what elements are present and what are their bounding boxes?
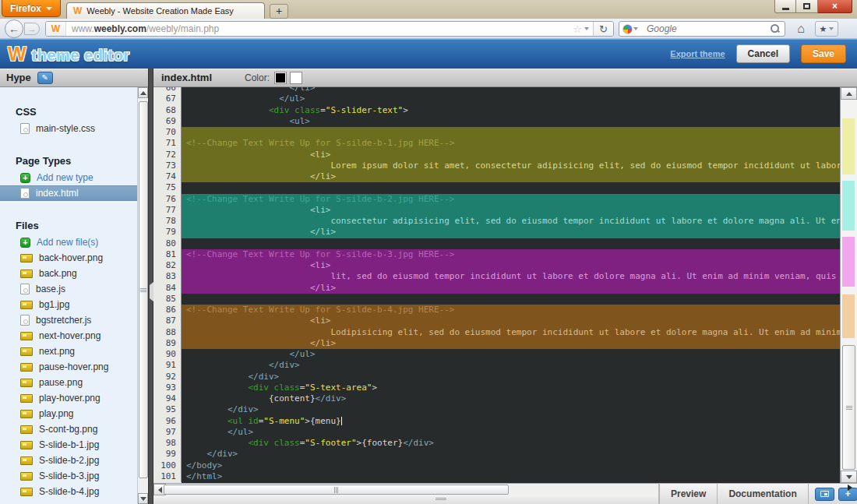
edit-theme-name-button[interactable]: ✎ [37, 72, 53, 84]
code-line[interactable]: 81<!--Change Text Write Up for S-silde-b… [153, 249, 840, 260]
browser-tab[interactable]: W Weebly - Website Creation Made Easy [66, 2, 265, 19]
editor-vertical-scrollbar[interactable] [840, 87, 857, 483]
color-swatch-black[interactable] [274, 72, 287, 84]
file-list-item[interactable]: S-slide-b-1.jpg [0, 437, 137, 453]
close-button[interactable]: × [818, 0, 852, 13]
scrollbar-thumb[interactable] [164, 485, 509, 495]
code-line[interactable]: 96 <ul id="S-menu">{menu} [153, 416, 840, 427]
code-line[interactable]: 86<!--Change Text Write Up for S-silde-b… [153, 305, 840, 315]
scrollbar-thumb[interactable] [842, 345, 855, 470]
forward-button[interactable]: → [24, 23, 40, 35]
documentation-button[interactable]: Documentation [718, 484, 808, 504]
file-list-item[interactable]: S-slide-b-4.jpg [0, 484, 137, 499]
code-line[interactable]: 97 </ul> [153, 427, 840, 438]
maximize-button[interactable] [796, 0, 818, 13]
search-bar[interactable] [619, 21, 785, 37]
resize-grip-icon[interactable] [436, 498, 446, 500]
export-theme-link[interactable]: Export theme [670, 49, 725, 58]
code-line[interactable]: 73 Lorem ipsum dolor sit amet, consectet… [153, 160, 840, 171]
code-line[interactable]: 80 [153, 238, 840, 249]
url-bar[interactable]: W www.weebly.com/weebly/main.php ☆ ↻ [45, 21, 614, 37]
search-input[interactable] [642, 23, 771, 35]
editor-horizontal-scrollbar[interactable] [153, 483, 658, 495]
code-line[interactable]: 67 </ul> [153, 93, 840, 104]
code-line[interactable]: 101</html> [153, 471, 840, 482]
code-line[interactable]: 89 </li> [153, 338, 840, 349]
file-list-item[interactable]: pause-hover.png [0, 359, 137, 375]
code-line[interactable]: 77 <li> [153, 205, 840, 216]
panel-splitter[interactable] [148, 69, 153, 504]
code-text: <div class="S-slider-text"> [182, 105, 840, 116]
code-line[interactable]: 94 {content}</div> [153, 393, 840, 404]
search-engine-dropdown-icon[interactable] [633, 27, 638, 30]
reload-button[interactable]: ↻ [593, 22, 613, 36]
scroll-down-button[interactable] [841, 471, 857, 483]
code-editor[interactable]: 66 </li>67 </ul>68 <div class="S-slider-… [153, 87, 840, 483]
popout-preview-button[interactable] [815, 488, 834, 501]
file-list-item[interactable]: play.png [0, 406, 137, 421]
scrollbar-thumb[interactable] [139, 101, 148, 478]
code-line[interactable]: 92 </div> [153, 372, 840, 382]
file-list-item[interactable]: next-hover.png [0, 328, 137, 344]
code-line[interactable]: 84 </li> [153, 283, 840, 294]
add-new-files-button[interactable]: + Add new file(s) [0, 234, 137, 250]
code-line[interactable]: 79 </li> [153, 227, 840, 238]
scroll-right-arrow-icon[interactable] [848, 485, 852, 491]
sidebar-item-main-style-css[interactable]: main-style.css [0, 121, 137, 136]
cancel-button[interactable]: Cancel [736, 44, 790, 63]
code-line[interactable]: 90 </ul> [153, 349, 840, 360]
code-line[interactable]: 69 <ul> [153, 116, 840, 127]
preview-button[interactable]: Preview [659, 484, 718, 504]
bookmark-star-icon[interactable]: ☆ [571, 23, 584, 35]
code-line[interactable]: 100</body> [153, 460, 840, 471]
scroll-down-button[interactable] [138, 493, 148, 504]
file-list-item[interactable]: bg1.jpg [0, 297, 137, 312]
code-line[interactable]: 99 </div> [153, 449, 840, 460]
code-line[interactable]: 98 <div class="S-footer">{footer}</div> [153, 438, 840, 449]
file-list-item[interactable]: S-slide-b-2.jpg [0, 453, 137, 468]
code-line[interactable]: 78 consectetur adipisicing elit, sed do … [153, 216, 840, 227]
minimize-button[interactable] [774, 0, 796, 13]
sidebar-scrollbar[interactable] [137, 87, 148, 504]
sidebar-item-index-html[interactable]: index.html [0, 185, 137, 201]
code-line[interactable]: 71<!--Change Text Write Up for S-silde-b… [153, 138, 840, 149]
save-button[interactable]: Save [801, 44, 846, 63]
code-line[interactable]: 87 <li> [153, 315, 840, 326]
file-list-item[interactable]: back-hover.png [0, 250, 137, 266]
code-line[interactable]: 72 <li> [153, 150, 840, 160]
code-line[interactable]: 85 [153, 294, 840, 305]
add-new-type-button[interactable]: + Add new type [0, 170, 137, 185]
file-list-item[interactable]: bgstretcher.js [0, 312, 137, 328]
google-search-icon[interactable] [622, 24, 633, 34]
scroll-up-button[interactable] [841, 87, 857, 100]
code-line[interactable]: 74 </li> [153, 171, 840, 182]
back-button[interactable]: ← [5, 19, 23, 38]
file-list-item[interactable]: play-hover.png [0, 390, 137, 406]
color-swatch-white[interactable] [290, 72, 302, 84]
code-line[interactable]: 83 lit, sed do eiusmod tempor incididunt… [153, 271, 840, 282]
code-line[interactable]: 91 </div> [153, 360, 840, 371]
code-line[interactable]: 68 <div class="S-slider-text"> [153, 105, 840, 116]
firefox-menu-button[interactable]: Firefox [2, 0, 61, 17]
new-tab-button[interactable]: + [270, 4, 288, 19]
file-list-item[interactable]: S-cont-bg.png [0, 421, 137, 437]
scroll-up-button[interactable] [138, 87, 148, 98]
code-line[interactable]: 88 Lodipisicing elit, sed do eiusmod tem… [153, 327, 840, 338]
code-line[interactable]: 70 [153, 127, 840, 138]
url-dropdown-icon[interactable] [584, 27, 589, 30]
code-line[interactable]: 93 <div class="S-text-area"> [153, 382, 840, 393]
file-list-item[interactable]: next.png [0, 344, 137, 359]
code-line[interactable]: 66 </li> [153, 87, 840, 93]
file-list-item[interactable]: base.js [0, 281, 137, 297]
code-line[interactable]: 75 [153, 182, 840, 193]
magnifier-icon[interactable] [771, 24, 780, 33]
code-line[interactable]: 95 </div> [153, 404, 840, 415]
url-text[interactable]: www.weebly.com/weebly/main.php [66, 23, 571, 34]
bookmarks-button[interactable]: ★ [815, 21, 838, 37]
file-list-item[interactable]: S-slide-b-3.jpg [0, 468, 137, 484]
code-line[interactable]: 82 <li> [153, 260, 840, 271]
file-list-item[interactable]: pause.png [0, 375, 137, 390]
code-line[interactable]: 76<!--Change Text Write Up for S-silde-b… [153, 194, 840, 205]
home-button[interactable]: ⌂ [792, 20, 810, 37]
file-list-item[interactable]: back.png [0, 266, 137, 281]
